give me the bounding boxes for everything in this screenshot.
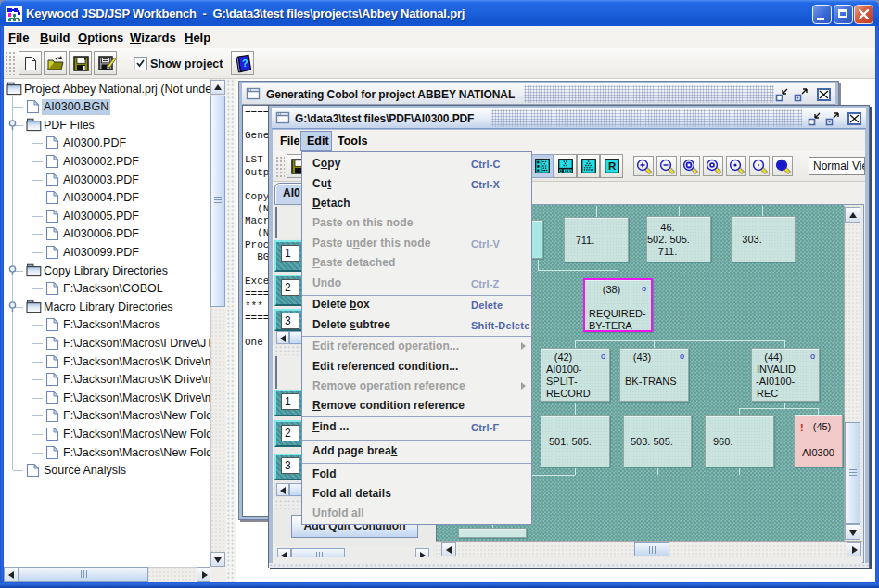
svg-text:?: ? xyxy=(242,58,248,69)
svg-text:R: R xyxy=(608,160,617,172)
